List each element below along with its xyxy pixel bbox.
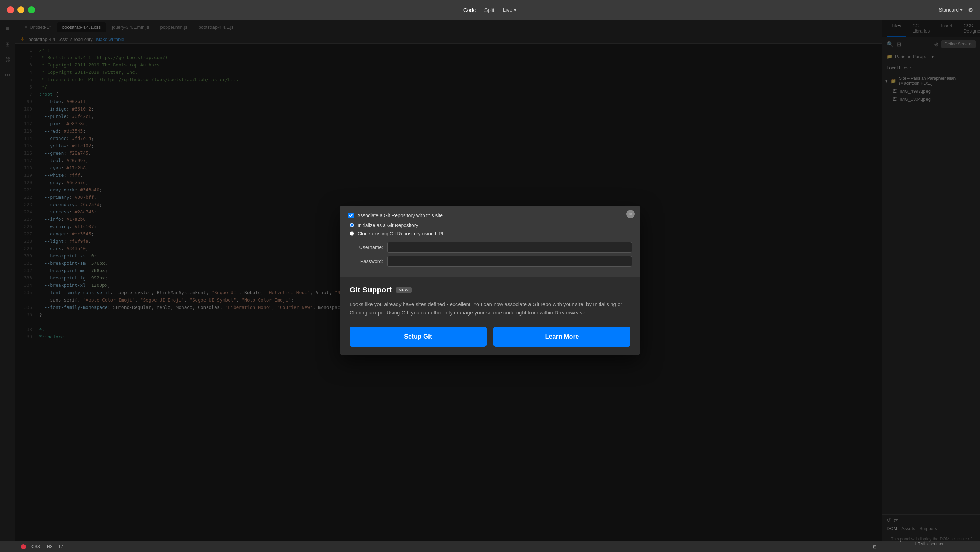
modal-title-row: Git Support NEW: [350, 286, 630, 295]
language-indicator: CSS: [32, 544, 40, 549]
setup-git-button[interactable]: Setup Git: [350, 327, 487, 347]
git-clone-radio[interactable]: [350, 231, 354, 236]
title-center-nav: Code Split Live ▾: [463, 6, 517, 13]
nav-code[interactable]: Code: [463, 7, 476, 13]
encoding-indicator: INS: [46, 544, 53, 549]
traffic-lights: [7, 6, 35, 13]
title-bar: Code Split Live ▾ Standard ▾ ⚙: [0, 0, 980, 19]
modal-overlay: × Associate a Git Repository with this s…: [0, 19, 980, 541]
git-support-modal: × Associate a Git Repository with this s…: [340, 206, 640, 355]
git-password-row: Password:: [348, 256, 632, 266]
workspace-selector[interactable]: Standard ▾: [939, 7, 963, 13]
modal-description: Looks like you already have sites define…: [350, 300, 630, 317]
git-username-label: Username:: [348, 244, 383, 250]
modal-close-button[interactable]: ×: [626, 210, 635, 218]
modal-title: Git Support: [350, 286, 392, 295]
status-bar: CSS INS 1:1 ⊟: [15, 541, 882, 552]
settings-icon[interactable]: ⚙: [968, 6, 973, 13]
minimize-traffic-light[interactable]: [18, 6, 24, 13]
git-password-input[interactable]: [387, 256, 632, 266]
git-username-input[interactable]: [387, 242, 632, 252]
nav-split[interactable]: Split: [484, 7, 494, 13]
git-initialize-label: Initialize as a Git Repository: [358, 222, 418, 228]
new-badge: NEW: [396, 287, 412, 293]
maximize-traffic-light[interactable]: [28, 6, 35, 13]
git-radio-initialize[interactable]: Initialize as a Git Repository: [350, 222, 632, 228]
modal-body: Git Support NEW Looks like you already h…: [340, 277, 640, 355]
position-indicator: 1:1: [58, 544, 64, 549]
learn-more-button[interactable]: Learn More: [493, 327, 630, 347]
git-username-row: Username:: [348, 242, 632, 252]
git-radio-group: Initialize as a Git Repository Clone exi…: [348, 222, 632, 236]
error-indicator: [21, 544, 26, 549]
title-right: Standard ▾ ⚙: [939, 6, 973, 13]
git-radio-clone[interactable]: Clone existing Git Repository using URL:: [350, 231, 632, 236]
modal-buttons: Setup Git Learn More: [350, 327, 630, 347]
git-associate-row: Associate a Git Repository with this sit…: [348, 213, 632, 218]
source-format-icon: ⊟: [873, 544, 877, 549]
git-associate-checkbox[interactable]: [348, 213, 354, 218]
git-initialize-radio[interactable]: [350, 223, 354, 227]
git-clone-label: Clone existing Git Repository using URL:: [358, 231, 446, 236]
nav-live[interactable]: Live ▾: [503, 6, 517, 13]
git-password-label: Password:: [348, 258, 383, 264]
close-traffic-light[interactable]: [7, 6, 14, 13]
git-associate-label: Associate a Git Repository with this sit…: [357, 213, 443, 218]
